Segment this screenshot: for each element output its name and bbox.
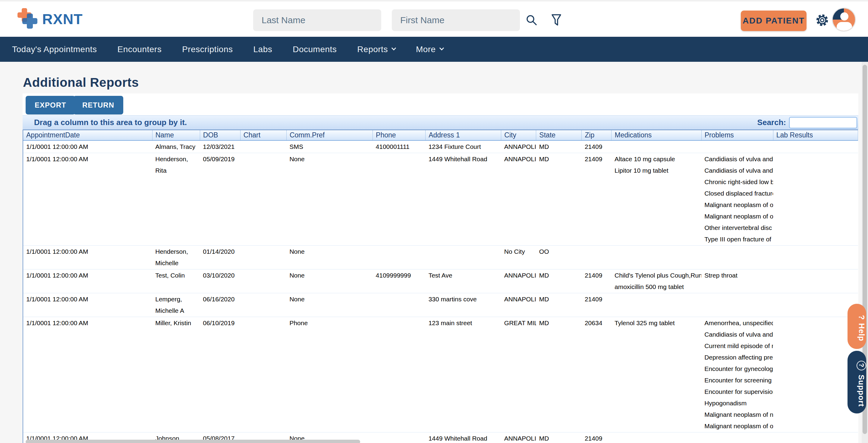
help-tab[interactable]: ? Help — [847, 304, 866, 349]
table-cell-appointment_date: 1/1/0001 12:00:00 AM — [23, 246, 152, 270]
reports-table: AppointmentDateNameDOBChartComm.PrefPhon… — [23, 130, 858, 443]
table-row[interactable]: 1/1/0001 12:00:00 AMMiller, Kristin06/10… — [23, 317, 858, 433]
table-cell-phone — [373, 433, 426, 443]
table-cell-medications: Altace 10 mg capsuleLipitor 10 mg tablet — [612, 153, 701, 246]
column-header-address1[interactable]: Address 1 — [426, 130, 501, 140]
table-cell-state: MD — [536, 293, 582, 317]
group-by-bar[interactable]: Drag a column to this area to group by i… — [23, 116, 858, 130]
table-cell-appointment_date: 1/1/0001 12:00:00 AM — [23, 153, 152, 246]
table-cell-dob: 06/10/2019 — [200, 317, 240, 433]
grid-search-input[interactable] — [789, 117, 857, 128]
nav-item-more[interactable]: More — [416, 44, 443, 54]
table-cell-state: MD — [536, 140, 582, 153]
table-cell-lab_results — [773, 246, 858, 270]
table-cell-chart — [240, 140, 286, 153]
table-cell-state: MD — [536, 317, 582, 433]
table-cell-problems: Amenorrhea, unspecifiedCandidiasis of vu… — [701, 317, 773, 433]
table-cell-problems — [701, 246, 773, 270]
table-cell-appointment_date: 1/1/0001 12:00:00 AM — [23, 317, 152, 433]
first-name-input[interactable] — [392, 9, 520, 31]
table-cell-zip: 20634 — [582, 317, 612, 433]
table-cell-zip: 21409 — [582, 140, 612, 153]
table-row[interactable]: 1/1/0001 12:00:00 AMAlmans, Tracy12/03/2… — [23, 140, 858, 153]
table-cell-city: ANNAPOLIS — [501, 293, 536, 317]
column-header-medications[interactable]: Medications — [612, 130, 701, 140]
table-cell-name: Almans, Tracy — [152, 140, 200, 153]
table-cell-medications — [612, 246, 701, 270]
table-cell-city: GREAT MILLS — [501, 317, 536, 433]
main-nav: Today's Appointments Encounters Prescrip… — [0, 37, 868, 62]
table-cell-name: Henderson, Rita — [152, 153, 200, 246]
table-cell-comm_pref: None — [286, 246, 373, 270]
add-patient-button[interactable]: ADD PATIENT — [741, 10, 807, 31]
table-row[interactable]: 1/1/0001 12:00:00 AMHenderson, Michelle0… — [23, 246, 858, 270]
user-avatar[interactable] — [832, 7, 856, 32]
table-cell-state: MD — [536, 270, 582, 293]
table-row[interactable]: 1/1/0001 12:00:00 AMLemperg, Michelle A0… — [23, 293, 858, 317]
rxnt-logo-icon — [18, 6, 40, 32]
table-cell-phone — [373, 317, 426, 433]
table-row[interactable]: 1/1/0001 12:00:00 AMHenderson, Rita05/09… — [23, 153, 858, 246]
table-cell-lab_results — [773, 293, 858, 317]
nav-item-encounters[interactable]: Encounters — [118, 44, 162, 54]
help-tab-label: Help — [857, 323, 866, 341]
table-cell-lab_results — [773, 317, 858, 433]
column-header-name[interactable]: Name — [152, 130, 200, 140]
table-cell-comm_pref: None — [286, 153, 373, 246]
filter-icon[interactable] — [550, 13, 562, 28]
horizontal-scrollbar-thumb[interactable] — [26, 440, 360, 443]
column-header-dob[interactable]: DOB — [200, 130, 240, 140]
table-cell-medications — [612, 293, 701, 317]
table-cell-medications: Tylenol 325 mg tablet — [612, 317, 701, 433]
table-cell-medications — [612, 140, 701, 153]
table-cell-city: ANNAPOLIS — [501, 140, 536, 153]
column-header-lab_results[interactable]: Lab Results — [773, 130, 858, 140]
support-tab[interactable]: ? Support — [847, 351, 866, 413]
nav-item-documents[interactable]: Documents — [293, 44, 337, 54]
table-cell-address1: 1449 Whitehall Road — [426, 153, 501, 246]
table-cell-name: Test, Colin — [152, 270, 200, 293]
nav-item-labs[interactable]: Labs — [253, 44, 273, 54]
last-name-input[interactable] — [253, 9, 381, 31]
table-cell-medications — [612, 433, 701, 443]
gear-icon[interactable] — [814, 12, 830, 29]
column-header-problems[interactable]: Problems — [701, 130, 773, 140]
nav-item-reports[interactable]: Reports — [357, 44, 396, 54]
table-cell-comm_pref: SMS — [286, 140, 373, 153]
reports-grid: AppointmentDateNameDOBChartComm.PrefPhon… — [23, 130, 858, 443]
nav-item-prescriptions[interactable]: Prescriptions — [182, 44, 233, 54]
chevron-down-icon — [439, 46, 444, 51]
table-cell-phone — [373, 293, 426, 317]
table-row[interactable]: 1/1/0001 12:00:00 AMTest, Colin03/10/202… — [23, 270, 858, 293]
column-header-city[interactable]: City — [501, 130, 536, 140]
page-title: Additional Reports — [23, 75, 139, 90]
nav-item-todays-appointments[interactable]: Today's Appointments — [12, 44, 97, 54]
export-button[interactable]: EXPORT — [26, 96, 75, 115]
table-cell-name: Henderson, Michelle — [152, 246, 200, 270]
table-cell-phone: 4109999999 — [373, 270, 426, 293]
group-by-hint: Drag a column to this area to group by i… — [34, 116, 187, 129]
table-cell-problems: Strep throat — [701, 270, 773, 293]
table-cell-address1: 330 martins cove — [426, 293, 501, 317]
table-cell-city: No City — [501, 246, 536, 270]
table-cell-phone — [373, 153, 426, 246]
support-tab-label: Support — [857, 375, 866, 407]
table-cell-appointment_date: 1/1/0001 12:00:00 AM — [23, 270, 152, 293]
column-header-chart[interactable]: Chart — [240, 130, 286, 140]
table-cell-comm_pref: Phone — [286, 317, 373, 433]
column-header-appointment_date[interactable]: AppointmentDate — [23, 130, 152, 140]
column-header-phone[interactable]: Phone — [373, 130, 426, 140]
table-cell-problems — [701, 140, 773, 153]
return-button[interactable]: RETURN — [73, 96, 123, 115]
rxnt-logo[interactable]: RXNT — [18, 6, 83, 32]
table-cell-lab_results — [773, 153, 858, 246]
table-cell-lab_results — [773, 433, 858, 443]
search-icon[interactable] — [525, 13, 538, 28]
table-cell-medications: Child's Tylenol plus Cough,Runny N...amo… — [612, 270, 701, 293]
column-header-state[interactable]: State — [536, 130, 582, 140]
column-header-zip[interactable]: Zip — [582, 130, 612, 140]
column-header-comm_pref[interactable]: Comm.Pref — [286, 130, 373, 140]
table-cell-city: ANNAPOLIS — [501, 153, 536, 246]
table-cell-chart — [240, 153, 286, 246]
table-cell-dob: 12/03/2021 — [200, 140, 240, 153]
